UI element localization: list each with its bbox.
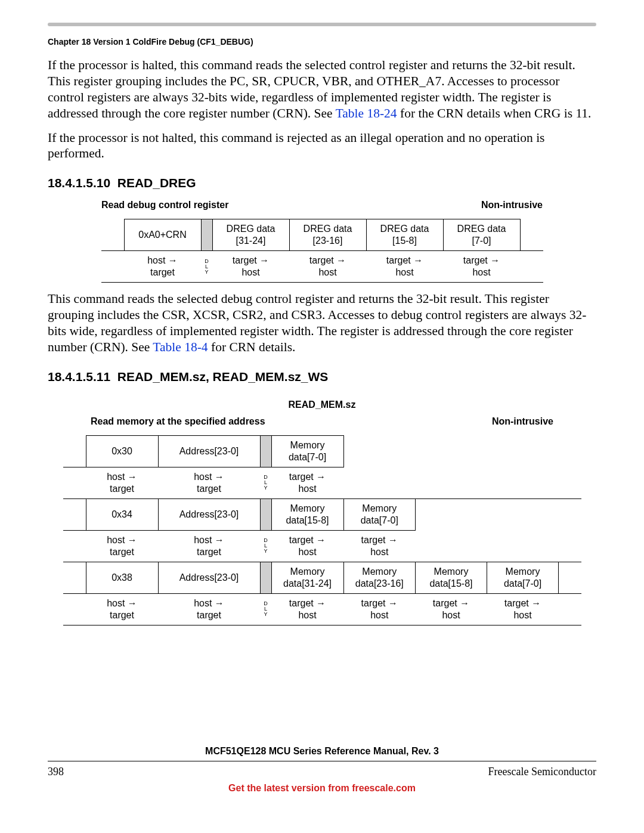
text: for the CRN details when CRG is 11.	[397, 106, 592, 120]
dir-cell: target → host	[343, 530, 416, 562]
paragraph-1: If the processor is halted, this command…	[48, 57, 596, 122]
dir-cell: host → target	[86, 530, 158, 562]
cmd-desc: Read debug control register	[101, 200, 228, 210]
cell-data: Memory data[7-0]	[487, 562, 559, 593]
table-link[interactable]: Table 18-4	[153, 340, 208, 354]
cell-opcode: 0x34	[86, 498, 158, 530]
section-heading-1: 18.4.1.5.10 READ_DREG	[48, 176, 596, 190]
paragraph-2: If the processor is not halted, this com…	[48, 130, 596, 162]
cell-data: Memory data[15-8]	[416, 562, 487, 593]
spacer	[487, 498, 559, 530]
dir-cell: target → host	[343, 593, 416, 625]
dir-cell: host → target	[124, 251, 201, 283]
spacer	[63, 467, 86, 498]
dly-cell	[260, 435, 271, 467]
section-number: 18.4.1.5.10	[48, 176, 110, 190]
page: Chapter 18 Version 1 ColdFire Debug (CF1…	[0, 0, 644, 833]
table-link[interactable]: Table 18-24	[336, 106, 397, 120]
dir-cell: target → host	[271, 593, 343, 625]
cell-data: Memory data[7-0]	[343, 498, 416, 530]
section-title: READ_DREG	[117, 176, 196, 190]
cell-data: Memory data[7-0]	[271, 435, 343, 467]
footer-line: 398 Freescale Semiconductor	[48, 766, 596, 778]
spacer	[520, 251, 543, 283]
dir-cell: target → host	[366, 251, 443, 283]
cell-address: Address[23-0]	[158, 435, 260, 467]
cell-data: Memory data[15-8]	[271, 498, 343, 530]
spacer	[101, 219, 125, 251]
command-header-1: Read debug control register Non-intrusiv…	[101, 200, 543, 210]
spacer	[63, 593, 86, 625]
dly-cell	[260, 498, 271, 530]
footer-rule	[48, 761, 596, 761]
section-title: READ_MEM.sz, READ_MEM.sz_WS	[117, 370, 329, 383]
cell-opcode: 0xA0+CRN	[124, 219, 201, 251]
spacer	[520, 219, 543, 251]
cmd-title: READ_MEM.sz	[48, 400, 596, 410]
cell-data: Memory data[23-16]	[343, 562, 416, 593]
cell-address: Address[23-0]	[158, 498, 260, 530]
dly-label: D L Y	[201, 251, 212, 283]
timing-table-mem-b: 0x30 Address[23-0] Memory data[7-0] host…	[63, 435, 581, 625]
spacer	[416, 530, 487, 562]
spacer	[559, 593, 581, 625]
section-heading-2: 18.4.1.5.11 READ_MEM.sz, READ_MEM.sz_WS	[48, 370, 596, 384]
dir-cell: target → host	[443, 251, 520, 283]
cell-data: Memory data[31-24]	[271, 562, 343, 593]
page-number: 398	[48, 766, 64, 778]
dir-cell: host → target	[158, 530, 260, 562]
spacer	[343, 467, 416, 498]
spacer	[559, 467, 581, 498]
spacer	[487, 530, 559, 562]
footer-title: MCF51QE128 MCU Series Reference Manual, …	[0, 746, 644, 757]
spacer	[101, 251, 125, 283]
chapter-header: Chapter 18 Version 1 ColdFire Debug (CF1…	[48, 37, 596, 47]
top-rule	[48, 23, 596, 26]
cmd-type: Non-intrusive	[481, 200, 543, 210]
dir-cell: target → host	[487, 593, 559, 625]
cmd-type: Non-intrusive	[492, 416, 553, 427]
spacer	[559, 498, 581, 530]
spacer	[559, 435, 581, 467]
text: This command reads the selected debug co…	[48, 292, 587, 354]
spacer	[416, 498, 487, 530]
dir-cell: target → host	[271, 467, 343, 498]
dly-cell	[260, 562, 271, 593]
spacer	[487, 467, 559, 498]
vendor: Freescale Semiconductor	[488, 766, 596, 778]
text: for CRN details.	[208, 340, 296, 354]
spacer	[63, 530, 86, 562]
cell-opcode: 0x38	[86, 562, 158, 593]
cell-d23-16: DREG data [23-16]	[289, 219, 366, 251]
dir-cell: target → host	[416, 593, 487, 625]
dir-cell: target → host	[271, 530, 343, 562]
dly-cell	[201, 219, 212, 251]
spacer	[559, 530, 581, 562]
cell-d7-0: DREG data [7-0]	[443, 219, 520, 251]
spacer	[559, 562, 581, 593]
cell-d15-8: DREG data [15-8]	[366, 219, 443, 251]
spacer	[343, 435, 416, 467]
cell-d31-24: DREG data [31-24]	[212, 219, 289, 251]
dir-cell: target → host	[289, 251, 366, 283]
cell-address: Address[23-0]	[158, 562, 260, 593]
dly-label: D L Y	[260, 593, 271, 625]
command-header-2: Read memory at the specified address Non…	[91, 416, 553, 427]
footer-link[interactable]: Get the latest version from freescale.co…	[0, 783, 644, 794]
cell-opcode: 0x30	[86, 435, 158, 467]
dir-cell: host → target	[86, 467, 158, 498]
dly-label: D L Y	[260, 530, 271, 562]
spacer	[63, 562, 86, 593]
spacer	[63, 498, 86, 530]
spacer	[63, 435, 86, 467]
dir-cell: host → target	[158, 593, 260, 625]
paragraph-3: This command reads the selected debug co…	[48, 291, 596, 355]
timing-table-1: 0xA0+CRN DREG data [31-24] DREG data [23…	[101, 219, 543, 283]
spacer	[487, 435, 559, 467]
dir-cell: host → target	[86, 593, 158, 625]
spacer	[416, 467, 487, 498]
spacer	[416, 435, 487, 467]
cmd-desc: Read memory at the specified address	[91, 416, 265, 427]
section-number: 18.4.1.5.11	[48, 370, 110, 383]
dir-cell: target → host	[212, 251, 289, 283]
